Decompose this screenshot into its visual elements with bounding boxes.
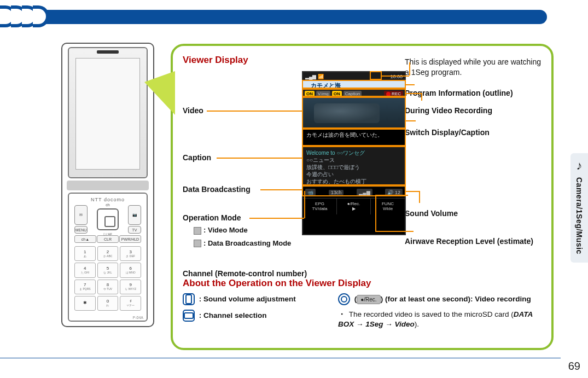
leader-line [260, 189, 302, 190]
nav-horizontal-icon [183, 310, 195, 322]
leader-line [304, 191, 305, 218]
keypad-key: ♯マナー [120, 296, 141, 311]
power-key: PWR/HLD [119, 235, 141, 243]
databc-welcome: Welcome to ○○ワンセグ [306, 149, 401, 156]
dpad-ch-label: ch [97, 203, 119, 207]
label-sound-volume: Sound Volume [405, 209, 542, 218]
keypad-key: 3さ DEF [120, 246, 141, 261]
section-label: Camera/1Seg/Music [575, 177, 584, 254]
mode-indicator-icon: 📹 [305, 189, 316, 196]
signal-indicator: ▂▄▆ [357, 189, 372, 196]
label-video-mode: : Video Mode [203, 226, 248, 234]
keypad-key: 8や TUV [97, 280, 119, 294]
keypad-key: 2か ABC [97, 246, 119, 261]
leader-line [409, 62, 410, 75]
leader-line [406, 191, 419, 192]
keypad-key: 5な JKL [97, 263, 119, 277]
softkey-row: EPGTV/data ●/Rec.▶ FUNCWide [303, 198, 405, 214]
data-broadcast-area: Welcome to ○○ワンセグ ○○ニュース 放課後、□□□で遊ぼう 今週の… [303, 147, 405, 187]
phone-brand: NTT docomo [69, 197, 147, 202]
page-top-bar [0, 10, 547, 24]
leader-line [406, 93, 421, 94]
keypad-key: 0わ [97, 296, 119, 311]
rec-indicator: REC [384, 91, 403, 97]
about-rec-line: (for at least one second): Video recordi… [385, 295, 531, 303]
page-footer-rule [0, 358, 561, 358]
leader-line [382, 75, 409, 77]
softkey-play-icon: ▶ [352, 207, 356, 212]
nav-vertical-icon [183, 293, 195, 305]
label-watching-note: This is displayed while you are watching… [405, 57, 542, 78]
about-volume-adjust: : Sound volume adjustment [199, 295, 296, 303]
leader-line [406, 120, 416, 121]
data-mode-icon [194, 240, 201, 247]
label-switch-display: Switch Display/Caption [405, 128, 542, 137]
icon-bar: ON V.img ON Caption REC [303, 90, 405, 98]
video-area [303, 98, 405, 130]
center-key-icon [338, 293, 350, 305]
databc-line: 放課後、□□□で遊ぼう [306, 164, 401, 171]
rec-button-chip: ●/Rec. [357, 295, 380, 304]
dpad [97, 208, 119, 230]
leader-line [249, 218, 304, 219]
chip-vimg: V.img [316, 91, 330, 97]
leader-line [419, 191, 420, 203]
mail-key: ✉ [74, 205, 88, 225]
chip-on-caption: ON [332, 91, 342, 97]
leader-line [375, 231, 414, 232]
menu-key: MENU [74, 226, 88, 234]
program-title-bar: カモメと海 [303, 81, 405, 90]
clr-key: CLR [97, 235, 119, 243]
label-program-info: Program Information (outline) [405, 89, 542, 97]
viewer-display-panel: Viewer Display Video Caption Data Broadc… [171, 44, 554, 350]
label-data-broadcasting: Data Broadcasting [183, 185, 251, 194]
page-number: 69 [568, 360, 580, 373]
leader-line [217, 158, 302, 159]
keypad-key: 9ら WXYZ [120, 280, 141, 294]
video-mode-icon [194, 227, 201, 235]
about-rec-note: The recorded video is saved to the micro… [338, 310, 542, 329]
viewer-screen-mock: ▂▄▆ 📶 10:00 カモメと海 ON V.img ON Caption RE… [302, 71, 406, 235]
about-heading: About the Operation on the Viewer Displa… [183, 278, 542, 289]
music-note-icon: ♪ [577, 159, 583, 173]
ch-up-key: ch▲ [74, 235, 96, 243]
label-video: Video [183, 106, 203, 115]
about-channel-select: : Channel selection [199, 311, 267, 319]
databc-line: おすすめ、たべもの横丁 [306, 178, 401, 185]
leader-line [421, 93, 422, 101]
keypad: 1あ2か ABC3さ DEF4た GHI5な JKL6は MNO7ま PQRS8… [74, 246, 141, 311]
camera-key: 📷 [128, 205, 141, 225]
leader-line [207, 111, 302, 112]
section-side-tab: ♪ Camera/1Seg/Music [570, 153, 588, 263]
label-data-mode: : Data Broadcasting Mode [203, 239, 291, 247]
label-channel: Channel (Remote-control number) [183, 269, 307, 278]
keypad-key: 6は MNO [120, 263, 141, 277]
channel-indicator: 13ch [329, 190, 344, 195]
leader-line [375, 195, 376, 231]
label-caption: Caption [183, 153, 211, 162]
keypad-key: ✱ [74, 296, 96, 311]
tv-key: TV [128, 226, 141, 234]
leader-line [375, 195, 408, 196]
chip-on-vimg: ON [305, 91, 315, 97]
softkey-tvdata: TV/data [312, 207, 327, 212]
softkey-wide: Wide [383, 207, 393, 212]
databc-line: 今週の占い [306, 171, 401, 178]
leader-line [406, 84, 415, 85]
about-operation-section: About the Operation on the Viewer Displa… [183, 278, 542, 333]
keypad-key: 1あ [74, 246, 96, 261]
label-airwave-level: Airwave Reception Level (estimate) [405, 236, 542, 246]
antenna-icon: ▂▄▆ 📶 [305, 74, 324, 79]
callout-wedge [144, 71, 175, 115]
clock: 10:00 [390, 74, 403, 79]
keypad-key: 7ま PQRS [74, 280, 96, 294]
phone-model: P-04A [133, 316, 143, 319]
keypad-key: 4た GHI [74, 263, 96, 277]
caption-area: カモメは波の音を聞いていた。 [303, 130, 405, 147]
chip-caption: Caption [344, 91, 362, 97]
label-during-recording: During Video Recording [405, 106, 542, 115]
label-operation-mode-text: Operation Mode [183, 213, 241, 222]
databc-line: ○○ニュース [306, 156, 401, 164]
bottom-status-bar: 📹 13ch ▂▄▆ 🔊 12 [303, 187, 405, 198]
decorative-arcs [0, 5, 49, 27]
